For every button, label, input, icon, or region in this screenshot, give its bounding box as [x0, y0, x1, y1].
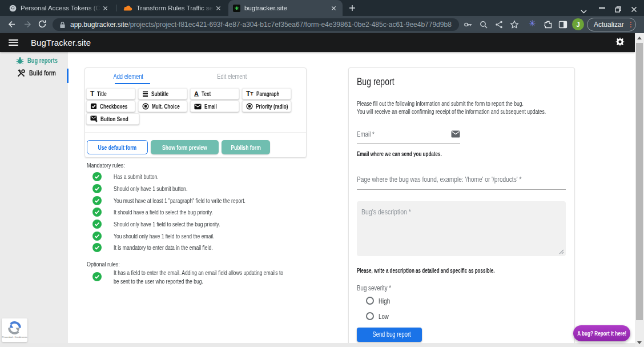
- rule-row: Has a submit button.: [87, 171, 283, 183]
- tab-transform-rules[interactable]: Transform Rules Traffic seque: [119, 0, 227, 16]
- url-text: app.bugtracker.site/projects/project-f81…: [70, 21, 452, 29]
- new-tab-button[interactable]: [347, 3, 357, 13]
- report-bug-floating-button[interactable]: A bug? Report it here!: [573, 325, 630, 341]
- text-icon: A: [194, 91, 199, 97]
- rule-row: You should only have 1 field to send the…: [87, 230, 283, 242]
- check-icon: [92, 208, 102, 217]
- recaptcha-badge[interactable]: Privacidad - Condiciones: [2, 318, 27, 342]
- search-icon[interactable]: [479, 20, 488, 31]
- tab-personal-access-tokens[interactable]: Personal Access Tokens (Class: [5, 0, 114, 16]
- menu-hamburger-icon[interactable]: [9, 39, 18, 46]
- card-divider: [85, 132, 306, 133]
- severity-radio-high[interactable]: [366, 297, 374, 305]
- scrollbar-thumb[interactable]: [636, 43, 643, 320]
- checkbox-icon: [90, 103, 97, 110]
- severity-option-label: Low: [379, 313, 389, 321]
- page-scrollbar[interactable]: [635, 33, 644, 347]
- optional-rules-title: Optional rules:: [87, 261, 120, 268]
- window-close-button[interactable]: [631, 5, 637, 15]
- mandatory-rules-title: Mandatory rules:: [87, 162, 125, 169]
- tab-close-icon[interactable]: [214, 3, 223, 13]
- back-button[interactable]: [7, 19, 17, 30]
- share-icon[interactable]: [494, 20, 504, 31]
- extension-settings-icon[interactable]: ✳: [529, 19, 536, 27]
- form-intro-line1: Please fill out the following informatio…: [357, 100, 524, 107]
- rule-row: You must have at least 1 "paragraph" fie…: [87, 194, 283, 206]
- element-button-button-send[interactable]: Button Send: [86, 113, 139, 125]
- window-restore-button[interactable]: [615, 5, 621, 15]
- rule-row: Should only have 1 field to select the b…: [87, 218, 283, 230]
- page-field-label: Page where the bug was found, example: '…: [357, 175, 521, 184]
- check-icon: [92, 196, 102, 205]
- settings-gear-icon[interactable]: [615, 37, 625, 49]
- description-textarea[interactable]: Bug's description *: [357, 201, 566, 256]
- form-intro-line2: You will receive an email confirming rec…: [357, 108, 546, 115]
- resize-handle-icon[interactable]: [559, 249, 564, 254]
- extensions-puzzle-icon[interactable]: [544, 20, 553, 31]
- use-default-form-button[interactable]: Use default form: [87, 140, 148, 154]
- tab-close-icon[interactable]: [100, 3, 110, 13]
- tab-close-icon[interactable]: [329, 3, 338, 13]
- element-button-subtitle[interactable]: Subtitle: [138, 88, 187, 99]
- sidebar-item-bug-reports[interactable]: Bug reports: [16, 57, 66, 65]
- send-bug-report-button[interactable]: Send bug report: [357, 328, 422, 342]
- radio-icon: [142, 103, 149, 110]
- window-minimize-button[interactable]: [599, 7, 605, 9]
- page-bottom-background: [0, 343, 635, 347]
- bugtracker-favicon: [233, 5, 240, 12]
- bug-icon: [16, 57, 24, 65]
- element-button-email[interactable]: Email: [190, 101, 239, 112]
- address-bar[interactable]: app.bugtracker.site/projects/project-f81…: [53, 18, 459, 31]
- check-icon: [92, 272, 102, 281]
- severity-radio-low[interactable]: [366, 312, 374, 320]
- check-icon: [92, 243, 102, 252]
- reload-button[interactable]: [38, 19, 48, 30]
- severity-label: Bug severity *: [357, 284, 391, 292]
- mandatory-rules-list: Has a submit button. Should only have 1 …: [87, 171, 283, 253]
- profile-avatar[interactable]: J: [572, 18, 584, 30]
- tab-list-chevron-icon[interactable]: [581, 6, 587, 16]
- envelope-icon: [194, 103, 202, 110]
- check-icon: [92, 184, 102, 193]
- browser-tab-bar: Personal Access Tokens (Class Transform …: [0, 0, 644, 16]
- scroll-down-arrow[interactable]: [637, 341, 642, 344]
- title-icon: T: [90, 90, 94, 98]
- sidebar-label: Bug reports: [27, 57, 58, 65]
- page-input-underline[interactable]: [357, 189, 566, 190]
- element-button-checkboxes[interactable]: Checkboxes: [86, 101, 135, 112]
- publish-form-button[interactable]: Publish form: [222, 140, 270, 154]
- check-icon: [92, 232, 102, 241]
- tab-edit-element[interactable]: Edit element: [188, 73, 275, 81]
- check-icon: [92, 220, 102, 229]
- browser-menu-dots-icon[interactable]: [630, 22, 632, 28]
- scroll-up-arrow[interactable]: [637, 37, 642, 39]
- email-help-text: Email where we can send you updates.: [357, 151, 442, 157]
- tab-add-element[interactable]: Add element: [85, 73, 172, 81]
- rule-row: It has a field to enter the email. Addin…: [87, 269, 337, 285]
- side-panel-icon[interactable]: [558, 20, 567, 31]
- radio-icon: [246, 103, 253, 110]
- update-label: Actualizar: [594, 21, 624, 29]
- optional-rules-list: It has a field to enter the email. Addin…: [87, 269, 337, 285]
- check-icon: [92, 172, 102, 181]
- browser-window: Personal Access Tokens (Class Transform …: [0, 0, 644, 347]
- email-field-envelope-icon: [451, 130, 460, 140]
- cloudflare-favicon: [123, 5, 132, 11]
- element-button-text[interactable]: A Text: [190, 88, 239, 99]
- tools-icon: [17, 69, 25, 77]
- element-button-mult-choice[interactable]: Mult. Choice: [138, 101, 187, 112]
- forward-button[interactable]: [23, 19, 33, 30]
- element-button-priority[interactable]: Priority (radio): [242, 101, 291, 112]
- app-title: BugTracker.site: [31, 38, 91, 47]
- bookmark-star-icon[interactable]: [510, 20, 519, 31]
- email-input-underline[interactable]: [357, 143, 460, 143]
- element-button-title[interactable]: T Title: [86, 88, 135, 99]
- show-form-preview-button[interactable]: Show form preview: [151, 140, 219, 154]
- update-browser-button[interactable]: Actualizar: [587, 18, 636, 31]
- tab-bugtracker-active[interactable]: bugtracker.site: [228, 0, 343, 16]
- active-tab-underline: [115, 83, 150, 84]
- sidebar-item-build-form[interactable]: Build form: [17, 69, 63, 77]
- key-icon[interactable]: [464, 20, 473, 31]
- element-button-paragraph[interactable]: TT Paragraph: [242, 88, 291, 99]
- recaptcha-logo: [7, 321, 22, 335]
